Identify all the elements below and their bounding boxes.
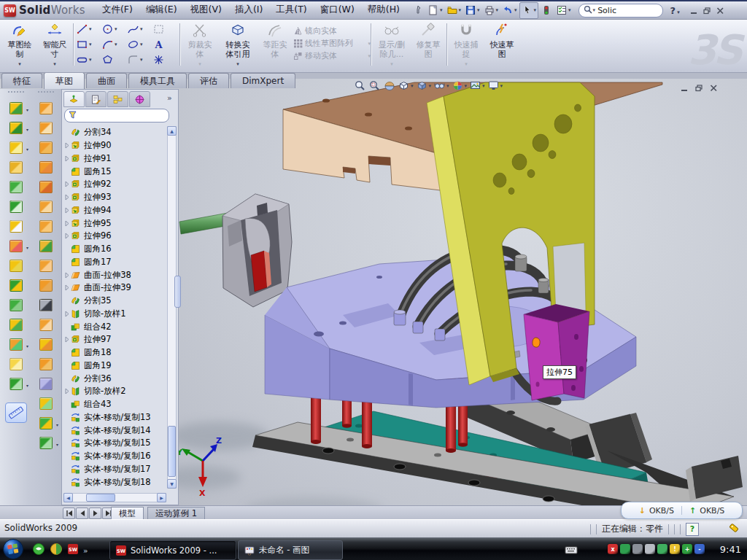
- tree-item[interactable]: 拉伸91: [63, 152, 166, 166]
- hole-wizard-button[interactable]: [5, 217, 27, 236]
- split-body-button[interactable]: [5, 295, 27, 315]
- line-tool[interactable]: ▾: [76, 22, 101, 36]
- tab-DimXpert[interactable]: DimXpert: [231, 73, 295, 88]
- circle-tool[interactable]: ▾: [101, 22, 126, 36]
- menu-F[interactable]: 文件(F): [96, 1, 139, 19]
- doc-tab-model[interactable]: 模型: [111, 507, 144, 520]
- delete-keep-body-button[interactable]: ▾: [5, 335, 27, 354]
- tree-item[interactable]: 组合43: [63, 398, 166, 411]
- arc-tool[interactable]: ▾: [101, 37, 126, 52]
- convert-entities-button[interactable]: 转换实体引用 ▾: [219, 21, 257, 69]
- tree-item[interactable]: 切除-放样2: [63, 385, 166, 398]
- boss-feature-button[interactable]: [5, 354, 27, 374]
- scroll-left-icon[interactable]: ◀: [63, 493, 73, 502]
- offset-entities-button[interactable]: 等距实体: [258, 21, 292, 69]
- new-icon[interactable]: ▾: [426, 3, 444, 18]
- next-tab-button[interactable]: [89, 508, 101, 519]
- tree-item[interactable]: 圆角18: [63, 346, 166, 359]
- tree-item[interactable]: 切除-放样1: [63, 308, 166, 321]
- undo-icon[interactable]: ▾: [500, 3, 519, 18]
- rectangle-tool[interactable]: ▾: [76, 37, 101, 52]
- restore-button[interactable]: [703, 4, 711, 18]
- move-copy-body-button[interactable]: [5, 315, 27, 335]
- prev-tab-button[interactable]: [76, 508, 88, 519]
- lofted-boss-button[interactable]: [35, 138, 57, 158]
- tag-icon[interactable]: [728, 522, 740, 536]
- expand-arrow-icon[interactable]: [63, 388, 71, 394]
- linear-pattern-button[interactable]: ▾: [5, 236, 27, 256]
- thicken-button[interactable]: [35, 374, 57, 394]
- tree-item[interactable]: 组合42: [63, 320, 166, 333]
- tree-item[interactable]: 圆角19: [63, 359, 166, 373]
- toolbar-drag-handle[interactable]: [38, 91, 54, 96]
- rebuild-icon[interactable]: [539, 3, 554, 18]
- tree-item[interactable]: 拉伸94: [63, 204, 166, 217]
- tree-horizontal-scrollbar[interactable]: ◀ ▶: [63, 493, 166, 502]
- tree-item[interactable]: 圆角16: [63, 243, 166, 256]
- menu-W[interactable]: 窗口(W): [314, 1, 361, 19]
- freeform-button[interactable]: ▾: [5, 374, 27, 394]
- propertymanager-tab[interactable]: [85, 91, 107, 107]
- extend-surface-button[interactable]: [35, 315, 57, 335]
- scroll-right-icon[interactable]: ▶: [157, 493, 166, 502]
- tree-item[interactable]: 实体-移动/复制17: [63, 463, 166, 476]
- swept-boss-button[interactable]: [35, 98, 57, 118]
- tree-item[interactable]: 曲面-拉伸39: [63, 281, 166, 295]
- ellipse-tool[interactable]: ▾: [127, 37, 152, 52]
- spline-surface-button[interactable]: ▾: [35, 433, 57, 453]
- menu-I[interactable]: 插入(I): [228, 1, 269, 19]
- fillet-surface-button[interactable]: [35, 394, 57, 413]
- scrollbar-thumb[interactable]: [168, 426, 176, 477]
- mirror-entities-button[interactable]: 镜向实体: [293, 25, 371, 37]
- doc-close-button[interactable]: [710, 81, 718, 95]
- quick-tips-icon[interactable]: ?: [686, 523, 699, 536]
- spline-tool[interactable]: ▾: [127, 22, 152, 36]
- slot-tool[interactable]: ▾: [76, 52, 101, 67]
- boundary-boss-button[interactable]: [35, 158, 57, 177]
- pin-icon[interactable]: [411, 3, 425, 18]
- defender-tray-icon[interactable]: +: [682, 544, 692, 554]
- combine-bodies-button[interactable]: [5, 276, 27, 295]
- select-box-tool[interactable]: [152, 22, 177, 36]
- appearance-icon[interactable]: ▾: [452, 79, 468, 92]
- help-button[interactable]: ?▾: [670, 5, 680, 16]
- scroll-up-icon[interactable]: ▲: [167, 126, 177, 136]
- tree-item[interactable]: 曲面-拉伸38: [63, 268, 166, 281]
- network-speed-widget[interactable]: ↓ OKB/S ↑ OKB/S: [621, 502, 743, 519]
- expand-arrow-icon[interactable]: [63, 155, 71, 162]
- doc-restore-button[interactable]: [695, 81, 703, 95]
- media-app-icon[interactable]: [50, 542, 63, 559]
- expand-arrow-icon[interactable]: [63, 220, 71, 227]
- tree-item[interactable]: 实体-移动/复制18: [63, 475, 166, 489]
- rapid-sketch-button[interactable]: 快速草图: [484, 21, 519, 69]
- close-button[interactable]: [716, 4, 724, 18]
- configurationmanager-tab[interactable]: [107, 91, 128, 107]
- tree-item[interactable]: 拉伸93: [63, 191, 166, 204]
- sketch-button[interactable]: 草图绘制 ▾: [3, 21, 36, 69]
- search-box[interactable]: ▾ Solic: [578, 4, 663, 18]
- tab-模具工具[interactable]: 模具工具: [128, 73, 187, 88]
- save-icon[interactable]: ▾: [463, 3, 481, 18]
- repair-sketch-button[interactable]: 修复草图: [411, 21, 445, 69]
- zoom-fit-icon[interactable]: [354, 79, 366, 92]
- tree-item[interactable]: 拉伸95: [63, 217, 166, 230]
- delete-face-button[interactable]: [35, 295, 57, 315]
- start-button[interactable]: [1, 538, 25, 560]
- antivirus-tray-icon[interactable]: x: [608, 544, 618, 554]
- model-3d[interactable]: Y Z X: [179, 79, 747, 507]
- tree-item[interactable]: 实体-移动/复制16: [63, 450, 166, 463]
- expand-arrow-icon[interactable]: [63, 311, 71, 317]
- expand-arrow-icon[interactable]: [63, 336, 71, 343]
- move-entities-button[interactable]: 移动实体▾: [293, 50, 371, 62]
- tab-特征[interactable]: 特征: [1, 73, 42, 88]
- parting-line-button[interactable]: ▾: [35, 413, 57, 433]
- knit-surface-button[interactable]: [35, 354, 57, 374]
- doc-tab-motion[interactable]: 运动算例 1: [147, 507, 205, 520]
- expand-arrow-icon[interactable]: [63, 194, 71, 201]
- dimxpertmanager-tab[interactable]: [129, 91, 150, 107]
- measure-button[interactable]: [5, 402, 27, 423]
- tree-item[interactable]: 实体-移动/复制15: [63, 437, 166, 450]
- polygon-tool[interactable]: [101, 52, 126, 67]
- task-paint[interactable]: 未命名 - 画图: [238, 540, 343, 560]
- doc-minimize-button[interactable]: [681, 81, 689, 95]
